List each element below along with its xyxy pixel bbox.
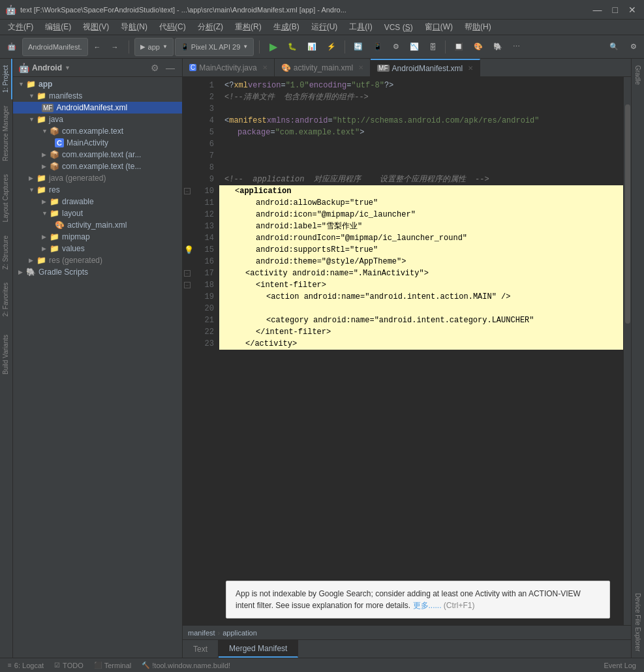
tree-item-java[interactable]: ▼ 📁 java (13, 114, 182, 125)
tree-item-androidmanifest[interactable]: MF AndroidManifest.xml (13, 102, 182, 114)
minimize-button[interactable]: — (590, 5, 605, 15)
tree-item-values[interactable]: ▶ 📁 values (13, 243, 182, 254)
tab-merged-manifest[interactable]: Merged Manifest (219, 640, 298, 658)
menu-help[interactable]: 帮助(H) (459, 20, 497, 34)
folder-icon: 📁 (50, 197, 59, 206)
panel-tab-project[interactable]: 1: Project (0, 59, 12, 99)
terminal-btn[interactable]: ⬛ Terminal (91, 660, 134, 671)
search-button[interactable]: 🔍 (605, 38, 623, 56)
code-line-11: android:allowBackup="true" (219, 197, 623, 209)
tree-item-layout[interactable]: ▼ 📁 layout (13, 207, 182, 219)
run-config-dropdown[interactable]: ▶ app ▼ (134, 38, 174, 56)
tree-item-package-main[interactable]: ▼ 📦 com.example.text (13, 125, 182, 137)
panel-tab-build-variants[interactable]: Build Variants (0, 323, 12, 386)
menu-analyze[interactable]: 分析(Z) (192, 20, 228, 34)
fold-btn-18[interactable]: − (184, 282, 191, 288)
expand-arrow: ▶ (42, 198, 48, 205)
layout-inspector-button[interactable]: 🔲 (450, 38, 468, 56)
tree-item-java-generated[interactable]: ▶ 📁 java (generated) (13, 172, 182, 184)
tree-item-mainactivity[interactable]: C MainActivity (13, 137, 182, 149)
fold-btn-17[interactable]: − (184, 270, 191, 277)
run-button[interactable]: ▶ (265, 38, 282, 56)
tab-close-androidmanifest[interactable]: ✕ (468, 65, 473, 72)
folder-icon: 📁 (37, 185, 46, 194)
tab-close-mainactivity[interactable]: ✕ (262, 64, 268, 71)
build-btn[interactable]: 🔨 !tool.window.name.build! (139, 660, 233, 671)
menu-tools[interactable]: 工具(I) (344, 20, 377, 34)
sync-button[interactable]: 🔄 (349, 38, 367, 56)
tree-item-gradle-scripts[interactable]: ▶ 🐘 Gradle Scripts (13, 266, 182, 278)
tool-bottom-bar: ≡ 6: Logcat ☑ TODO ⬛ Terminal 🔨 !tool.wi… (0, 658, 644, 672)
right-tab-device-explorer[interactable]: Device File Explorer (632, 587, 643, 658)
tree-item-package-ar[interactable]: ▶ 📦 com.example.text (ar... (13, 149, 182, 160)
panel-tab-layout-captures[interactable]: Layout Captures (0, 168, 12, 228)
menu-view[interactable]: 视图(V) (78, 20, 114, 34)
tree-item-res-generated[interactable]: ▶ 📁 res (generated) (13, 254, 182, 266)
android-icon: 🤖 (18, 63, 29, 73)
warning-tooltip: App is not indexable by Google Search; c… (226, 581, 610, 619)
fold-btn-10[interactable]: − (184, 188, 191, 194)
logcat-btn[interactable]: ≡ 6: Logcat (5, 660, 46, 671)
project-icon-btn[interactable]: 🤖 (3, 38, 21, 56)
settings-button[interactable]: ⚙ (626, 38, 641, 56)
sdk-button[interactable]: ⚙ (388, 38, 404, 56)
menu-file[interactable]: 文件(F) (3, 20, 38, 34)
profiler-button[interactable]: 📉 (405, 38, 423, 56)
panel-tab-structure[interactable]: Z: Structure (0, 229, 12, 276)
app-name-dropdown[interactable]: AndroidManifest. (22, 38, 88, 56)
scrollbar-thumb[interactable] (625, 104, 630, 324)
tab-close-activity-main[interactable]: ✕ (358, 64, 363, 71)
tab-androidmanifest[interactable]: MF AndroidManifest.xml ✕ (371, 59, 480, 76)
right-scrollbar[interactable] (623, 77, 631, 625)
toolbar-sep-3 (345, 40, 345, 53)
tab-text[interactable]: Text (183, 640, 219, 658)
profile-button[interactable]: ⚡ (322, 38, 341, 56)
gradle-button[interactable]: 🐘 (489, 38, 507, 56)
code-lines[interactable]: <?xml version="1.0" encoding="utf-8"?> <… (219, 77, 623, 625)
warning-shortcut: (Ctrl+F1) (444, 601, 475, 610)
panel-settings-btn[interactable]: ⚙ (149, 62, 161, 74)
db-button[interactable]: 🗄 (425, 38, 441, 56)
coverage-button[interactable]: 📊 (303, 38, 321, 56)
menu-code[interactable]: 代码(C) (154, 20, 191, 34)
theme-button[interactable]: 🎨 (469, 38, 487, 56)
tree-item-drawable[interactable]: ▶ 📁 drawable (13, 196, 182, 207)
close-button[interactable]: ✕ (626, 5, 639, 15)
panel-tab-favorites[interactable]: 2: Favorites (0, 276, 12, 323)
avd-button[interactable]: 📱 (369, 38, 387, 56)
right-tab-gradle[interactable]: Gradle (632, 59, 643, 91)
tree-item-res[interactable]: ▼ 📁 res (13, 184, 182, 196)
menu-refactor[interactable]: 重构(R) (230, 20, 267, 34)
menu-run[interactable]: 运行(U) (306, 20, 343, 34)
tree-item-activity-main-xml[interactable]: 🎨 activity_main.xml (13, 219, 182, 231)
tab-mainactivity[interactable]: C MainActivity.java ✕ (183, 59, 275, 76)
menu-navigate[interactable]: 导航(N) (115, 20, 153, 34)
file-tree[interactable]: ▼ 📁 app ▼ 📁 manifests MF AndroidManifest… (13, 77, 182, 658)
code-line-1: <?xml version="1.0" encoding="utf-8"?> (219, 80, 623, 91)
more-tools-button[interactable]: ⋯ (508, 38, 525, 56)
warning-link[interactable]: 更多...... (413, 601, 444, 610)
back-btn[interactable]: ← (89, 38, 106, 56)
build-label: !tool.window.name.build! (152, 662, 230, 669)
tree-item-mipmap[interactable]: ▶ 📁 mipmap (13, 231, 182, 243)
tree-item-app[interactable]: ▼ 📁 app (13, 78, 182, 90)
tree-item-manifests[interactable]: ▼ 📁 manifests (13, 90, 182, 102)
tab-activity-main[interactable]: 🎨 activity_main.xml ✕ (275, 59, 371, 76)
breadcrumb-application[interactable]: application (222, 629, 257, 637)
panel-tab-resource-manager[interactable]: Resource Manager (0, 99, 12, 168)
menu-vcs[interactable]: VCS (S) (379, 22, 418, 33)
panel-minimize-btn[interactable]: — (164, 62, 177, 74)
device-dropdown[interactable]: 📱 Pixel XL API 29 ▼ (175, 38, 254, 56)
tab-icon-activity-main: 🎨 (281, 63, 291, 72)
todo-btn[interactable]: ☑ TODO (52, 660, 86, 671)
menu-window[interactable]: 窗口(W) (420, 20, 458, 34)
breadcrumb-manifest[interactable]: manifest (188, 629, 215, 637)
debug-button[interactable]: 🐛 (283, 38, 301, 56)
event-log-btn[interactable]: Event Log (601, 660, 639, 671)
maximize-button[interactable]: □ (610, 5, 621, 15)
editor-content[interactable]: 1 2 3 4 5 6 7 8 9 10 − 11 12 13 14 15 (183, 77, 631, 625)
tree-item-package-te[interactable]: ▶ 📦 com.example.text (te... (13, 160, 182, 172)
menu-build[interactable]: 生成(B) (268, 20, 305, 34)
menu-edit[interactable]: 编辑(E) (40, 20, 76, 34)
forward-btn[interactable]: → (107, 38, 123, 56)
